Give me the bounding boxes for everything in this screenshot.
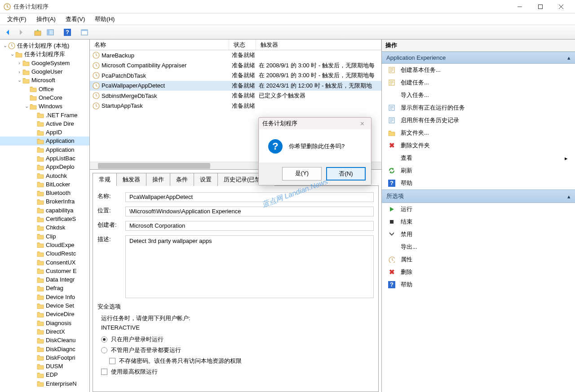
action-item[interactable]: 查看▸ [382,152,575,164]
action-item[interactable]: 属性 [382,253,575,266]
tree-node[interactable]: ⌄任务计划程序 (本地) [0,41,89,50]
tree-node[interactable]: Application [0,137,89,145]
tree-node[interactable]: Device Info [0,293,89,301]
action-item[interactable]: 运行 [382,203,575,216]
action-item[interactable]: 结束 [382,216,575,228]
tab-general[interactable]: 常规 [93,173,117,186]
tree-node[interactable]: BitLocker [0,180,89,189]
tree-node[interactable]: AppID [0,128,89,137]
menu-help[interactable]: 帮助(H) [90,14,119,25]
tree-node[interactable]: EDP [0,370,89,379]
expander-icon[interactable]: ⌄ [9,51,15,57]
back-button[interactable] [3,27,13,38]
tree-node[interactable]: DeviceDire [0,310,89,318]
tree-node[interactable]: AppxDeplo [0,163,89,171]
col-status[interactable]: 状态 [229,40,256,50]
window-button[interactable] [79,27,90,38]
tree-node[interactable]: CloudExpe [0,241,89,249]
action-item[interactable]: ✖删除 [382,266,575,278]
tab-conditions[interactable]: 条件 [170,173,194,186]
help-button[interactable]: ? [62,27,73,38]
tree-node[interactable]: Chkdsk [0,223,89,232]
tree-node[interactable]: ›GoogleUser [0,67,89,76]
radio-logged-on[interactable]: 只在用户登录时运行 [101,335,374,344]
tree-node[interactable]: Clip [0,232,89,241]
radio-always-run[interactable]: 不管用户是否登录都要运行 [101,346,374,354]
check-no-password[interactable]: 不存储密码。该任务将只有访问本地资源的权限 [109,357,374,365]
forward-button[interactable] [15,27,26,38]
action-item[interactable]: ✖删除文件夹 [382,139,575,152]
tree-node[interactable]: Diagnosis [0,319,89,327]
maximize-button[interactable] [530,0,551,13]
action-item[interactable]: 禁用 [382,228,575,241]
action-item[interactable]: 新文件夹... [382,127,575,139]
task-row[interactable]: MareBackup准备就绪 [90,50,381,61]
tree-node[interactable]: ⌄Windows [0,102,89,110]
action-item[interactable]: ?帮助 [382,177,575,189]
tree-node[interactable]: BrokerInfra [0,197,89,206]
expander-icon[interactable]: ⌄ [2,43,8,48]
menu-action[interactable]: 操作(A) [32,14,60,25]
tree-node[interactable]: DirectX [0,327,89,336]
tree-node[interactable]: ›GoogleSystem [0,59,89,67]
tree-node[interactable]: CloudRestc [0,249,89,258]
task-row[interactable]: PcaWallpaperAppDetect准备就绪在 2024/3/1 的 12… [90,81,381,91]
tree-node[interactable]: ⌄Microsoft [0,76,89,84]
tree-node[interactable]: Office [0,84,89,93]
action-group-selected[interactable]: 所选项 ▴ [382,189,575,203]
expander-icon[interactable]: ⌄ [23,103,30,109]
expander-icon[interactable]: ⌄ [16,77,22,83]
col-name[interactable]: 名称 [90,40,229,50]
tree-node[interactable]: Application [0,145,89,154]
tab-actions[interactable]: 操作 [146,173,170,186]
action-item[interactable]: 导出... [382,241,575,253]
tree-node[interactable]: DUSM [0,362,89,370]
tree-node[interactable]: Autochk [0,171,89,180]
dialog-close-button[interactable]: ✕ [357,120,367,127]
tree-node[interactable]: Data Integr [0,275,89,284]
col-trigger[interactable]: 触发器 [256,40,381,50]
close-button[interactable] [551,0,571,13]
tree-node[interactable]: DiskFootpri [0,353,89,362]
task-row[interactable]: Microsoft Compatibility Appraiser准备就绪在 2… [90,61,381,71]
minimize-button[interactable] [509,0,530,13]
action-group-app[interactable]: Application Experience ▴ [382,52,575,64]
check-highest-priv[interactable]: 使用最高权限运行 [101,368,374,376]
expander-icon[interactable]: › [16,60,22,66]
panes-button[interactable] [45,27,56,38]
tree-node[interactable]: DiskDiagnc [0,344,89,353]
task-row[interactable]: StartupAppTask准备就绪 [90,101,381,111]
up-button[interactable] [32,27,43,38]
expander-icon[interactable]: › [16,69,22,75]
menu-file[interactable]: 文件(F) [3,14,31,25]
action-item[interactable]: 启用所有任务历史记录 [382,114,575,127]
tree-node[interactable]: ConsentUX [0,258,89,266]
tree-node[interactable]: Active Dire [0,119,89,128]
tab-triggers[interactable]: 触发器 [116,173,146,186]
tree-node[interactable]: EnterpriseN [0,379,89,388]
tree-node[interactable]: .NET Frame [0,110,89,119]
no-button[interactable]: 否(N) [326,167,366,181]
yes-button[interactable]: 是(Y) [282,167,322,181]
tree-node[interactable]: capabilitya [0,206,89,215]
tree-node[interactable]: OneCore [0,93,89,102]
tree-node[interactable]: ⌄任务计划程序库 [0,50,89,58]
tree-node[interactable]: AppListBac [0,154,89,163]
tab-settings[interactable]: 设置 [194,173,218,186]
action-item[interactable]: 创建基本任务... [382,64,575,76]
action-item[interactable]: 创建任务... [382,76,575,89]
action-item[interactable]: 显示所有正在运行的任务 [382,101,575,114]
tree-pane[interactable]: ⌄任务计划程序 (本地)⌄任务计划程序库›GoogleSystem›Google… [0,40,90,392]
tree-node[interactable]: CertificateS [0,215,89,223]
tree-node[interactable]: DiskCleanu [0,336,89,344]
tree-node[interactable]: Bluetooth [0,189,89,197]
action-item[interactable]: 导入任务... [382,89,575,101]
task-row[interactable]: PcaPatchDbTask准备就绪在 2008/9/1 的 3:00 时 - … [90,70,381,81]
tree-node[interactable]: Defrag [0,284,89,292]
tree-node[interactable]: Device Set [0,301,89,310]
action-item[interactable]: ?帮助 [382,278,575,291]
action-item[interactable]: 刷新 [382,164,575,177]
menu-view[interactable]: 查看(V) [61,14,89,25]
tree-node[interactable]: Customer E [0,267,89,275]
task-row[interactable]: SdbinstMergeDbTask准备就绪已定义多个触发器 [90,91,381,101]
